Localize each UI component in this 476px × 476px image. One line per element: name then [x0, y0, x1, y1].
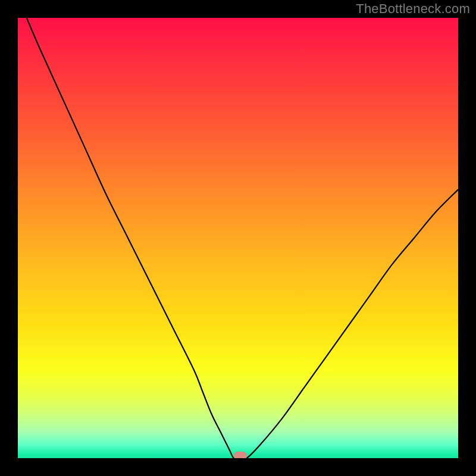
chart-frame: TheBottleneck.com — [0, 0, 476, 476]
plot-area — [18, 18, 458, 458]
bottleneck-curve — [18, 18, 458, 458]
attribution-label: TheBottleneck.com — [356, 1, 470, 17]
curve-path — [27, 18, 458, 458]
optimal-point-marker — [234, 452, 247, 458]
